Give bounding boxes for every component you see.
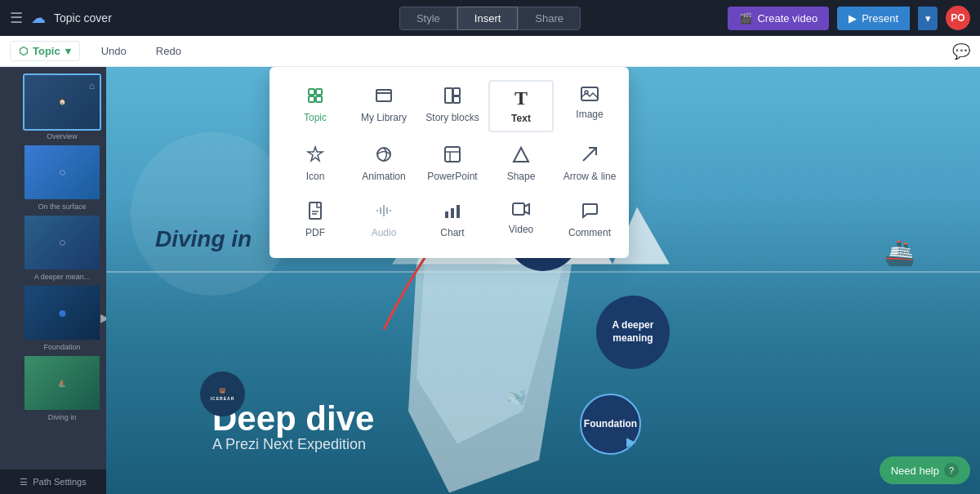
powerpoint-icon	[443, 145, 461, 166]
canvas-subtitle: A Prezi Next Expedition	[212, 436, 374, 453]
insert-dropdown: Topic My Library Story blocks T Text	[270, 67, 629, 258]
chart-icon	[443, 202, 461, 222]
slide-thumb-3[interactable]: ⬤	[23, 284, 101, 341]
svg-rect-3	[316, 96, 322, 102]
menu-label-shape: Shape	[507, 171, 536, 182]
slide-label-4: Diving in	[23, 413, 101, 421]
menu-item-story-blocks[interactable]: Story blocks	[420, 80, 485, 132]
svg-rect-13	[445, 147, 460, 162]
video-icon: 🎬	[739, 12, 752, 24]
svg-rect-9	[581, 87, 598, 100]
node-deeper-meaning[interactable]: A deepermeaning	[596, 296, 670, 369]
audio-icon	[375, 202, 393, 222]
menu-label-topic: Topic	[304, 112, 327, 123]
main-area: 🏠 ⌂ Overview 1 ⬡ On the surface 2 ⬡	[0, 67, 980, 494]
node-foundation[interactable]: Foundation ▶	[580, 394, 641, 455]
topic-button[interactable]: ⬡ Topic ▾	[10, 41, 80, 61]
menu-item-comment[interactable]: Comment	[557, 195, 622, 245]
menu-item-video[interactable]: Video	[488, 195, 554, 245]
water-line	[106, 271, 980, 273]
undo-button[interactable]: Undo	[93, 42, 135, 60]
path-settings-label: Path Settings	[33, 477, 86, 487]
menu-item-topic[interactable]: Topic	[283, 80, 348, 132]
topic-menu-icon	[306, 87, 324, 107]
svg-rect-0	[309, 89, 314, 95]
slide-label-1: On the surface	[23, 202, 101, 211]
slide-label-3: Foundation	[23, 343, 101, 351]
menu-label-comment: Comment	[568, 227, 611, 238]
slide-thumb-inner-1: ⬡	[24, 145, 100, 199]
slide-4-wrapper: 4 ⛵ Diving in	[5, 354, 101, 421]
cloud-icon: ☁	[31, 9, 46, 27]
image-menu-icon	[581, 87, 599, 104]
menu-item-text[interactable]: T Text	[488, 80, 554, 132]
topbar-left: ☰ ☁ Topic cover	[10, 9, 112, 27]
svg-marker-11	[308, 147, 323, 161]
menu-item-arrow[interactable]: Arrow & line	[557, 139, 622, 189]
svg-rect-4	[376, 90, 391, 101]
comment-menu-icon	[581, 202, 599, 222]
play-icon-slide-3[interactable]: ▶	[100, 311, 106, 324]
svg-line-17	[583, 148, 596, 161]
slide-3-wrapper: 3 ⬤ ▶ Foundation	[5, 284, 101, 351]
slide-label-overview: Overview	[23, 132, 101, 140]
hamburger-icon[interactable]: ☰	[10, 9, 23, 27]
slide-label-2: A deeper mean...	[23, 273, 101, 281]
menu-item-powerpoint[interactable]: PowerPoint	[420, 139, 485, 189]
topbar-right: 🎬 Create video ▶ Present ▾ PO	[728, 6, 970, 30]
menu-label-icon: Icon	[306, 171, 325, 182]
create-video-button[interactable]: 🎬 Create video	[728, 7, 829, 30]
video-menu-icon	[512, 202, 530, 219]
help-icon: ?	[944, 463, 959, 478]
path-settings-button[interactable]: ☰ Path Settings	[0, 470, 106, 494]
svg-rect-2	[309, 96, 314, 102]
svg-rect-8	[453, 96, 460, 103]
topbar: ☰ ☁ Topic cover Style Insert Share 🎬 Cre…	[0, 0, 980, 36]
menu-label-pdf: PDF	[305, 227, 325, 238]
slide-thumb-inner-2: ⬡	[24, 216, 100, 269]
svg-rect-1	[316, 89, 322, 95]
comment-icon[interactable]: 💬	[952, 42, 970, 60]
svg-rect-7	[453, 88, 460, 96]
menu-item-image[interactable]: Image	[557, 80, 622, 132]
shape-icon	[512, 145, 530, 166]
slide-thumb-1[interactable]: ⬡	[23, 144, 101, 201]
present-button[interactable]: ▶ Present	[837, 7, 910, 30]
svg-rect-23	[457, 205, 460, 218]
redo-button[interactable]: Redo	[148, 42, 189, 60]
sidebar: 🏠 ⌂ Overview 1 ⬡ On the surface 2 ⬡	[0, 67, 106, 494]
share-button[interactable]: Share	[518, 7, 581, 30]
menu-item-shape[interactable]: Shape	[488, 139, 554, 189]
topbar-title: Topic cover	[54, 11, 112, 24]
menu-item-audio[interactable]: Audio	[351, 195, 416, 245]
topic-icon: ⬡	[19, 45, 28, 57]
present-dropdown-button[interactable]: ▾	[918, 7, 938, 30]
svg-rect-18	[310, 202, 321, 219]
menu-label-animation: Animation	[362, 171, 405, 182]
need-help-button[interactable]: Need help ?	[880, 456, 970, 484]
style-button[interactable]: Style	[399, 7, 457, 30]
menu-item-my-library[interactable]: My Library	[351, 80, 416, 132]
pdf-icon	[306, 202, 324, 222]
menu-label-my-library: My Library	[361, 112, 407, 123]
toolbar: ⬡ Topic ▾ Undo Redo 💬	[0, 36, 980, 67]
logo-circle: 🐻 ICEBEAR	[200, 372, 245, 416]
menu-item-animation[interactable]: Animation	[351, 139, 416, 189]
animation-icon	[375, 145, 393, 166]
slide-thumb-2[interactable]: ⬡	[23, 214, 101, 271]
ship: 🚢	[884, 238, 915, 267]
slide-thumb-4[interactable]: ⛵	[23, 354, 101, 412]
svg-marker-29	[408, 265, 572, 493]
menu-item-chart[interactable]: Chart	[420, 195, 485, 245]
menu-label-arrow: Arrow & line	[564, 171, 617, 182]
insert-button[interactable]: Insert	[457, 7, 519, 30]
menu-item-pdf[interactable]: PDF	[283, 195, 348, 245]
avatar: PO	[946, 6, 970, 30]
slide-thumb-overview[interactable]: 🏠 ⌂	[23, 73, 101, 131]
whale: 🐋	[504, 383, 528, 407]
menu-item-icon[interactable]: Icon	[283, 139, 348, 189]
home-icon: ⌂	[89, 80, 95, 91]
svg-rect-24	[513, 203, 524, 215]
topic-dropdown-icon: ▾	[65, 45, 71, 57]
slide-thumb-inner-4: ⛵	[24, 356, 100, 410]
